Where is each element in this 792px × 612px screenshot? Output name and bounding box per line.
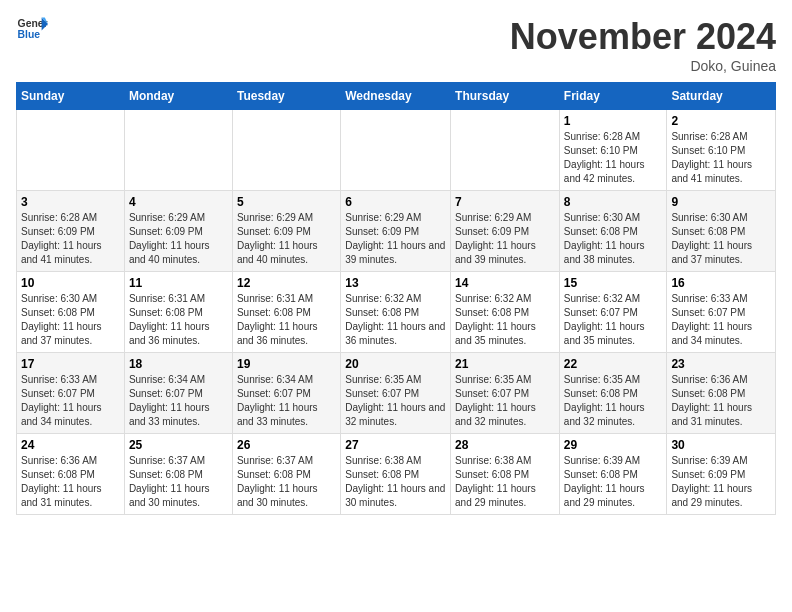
- day-number: 26: [237, 438, 336, 452]
- table-row: 6Sunrise: 6:29 AM Sunset: 6:09 PM Daylig…: [341, 191, 451, 272]
- title-area: November 2024 Doko, Guinea: [510, 16, 776, 74]
- day-detail: Sunrise: 6:28 AM Sunset: 6:10 PM Dayligh…: [671, 130, 771, 186]
- day-number: 2: [671, 114, 771, 128]
- day-detail: Sunrise: 6:35 AM Sunset: 6:08 PM Dayligh…: [564, 373, 663, 429]
- day-number: 10: [21, 276, 120, 290]
- header-friday: Friday: [559, 83, 667, 110]
- day-detail: Sunrise: 6:28 AM Sunset: 6:09 PM Dayligh…: [21, 211, 120, 267]
- table-row: 1Sunrise: 6:28 AM Sunset: 6:10 PM Daylig…: [559, 110, 667, 191]
- day-detail: Sunrise: 6:30 AM Sunset: 6:08 PM Dayligh…: [671, 211, 771, 267]
- day-number: 3: [21, 195, 120, 209]
- calendar-week-row: 17Sunrise: 6:33 AM Sunset: 6:07 PM Dayli…: [17, 353, 776, 434]
- day-detail: Sunrise: 6:36 AM Sunset: 6:08 PM Dayligh…: [21, 454, 120, 510]
- table-row: 19Sunrise: 6:34 AM Sunset: 6:07 PM Dayli…: [232, 353, 340, 434]
- calendar-week-row: 10Sunrise: 6:30 AM Sunset: 6:08 PM Dayli…: [17, 272, 776, 353]
- day-number: 28: [455, 438, 555, 452]
- page-header: General Blue November 2024 Doko, Guinea: [16, 16, 776, 74]
- day-detail: Sunrise: 6:32 AM Sunset: 6:07 PM Dayligh…: [564, 292, 663, 348]
- day-detail: Sunrise: 6:30 AM Sunset: 6:08 PM Dayligh…: [21, 292, 120, 348]
- table-row: 14Sunrise: 6:32 AM Sunset: 6:08 PM Dayli…: [451, 272, 560, 353]
- svg-text:Blue: Blue: [18, 29, 41, 40]
- day-detail: Sunrise: 6:31 AM Sunset: 6:08 PM Dayligh…: [237, 292, 336, 348]
- day-detail: Sunrise: 6:31 AM Sunset: 6:08 PM Dayligh…: [129, 292, 228, 348]
- day-number: 5: [237, 195, 336, 209]
- day-number: 14: [455, 276, 555, 290]
- location: Doko, Guinea: [510, 58, 776, 74]
- day-number: 12: [237, 276, 336, 290]
- day-number: 8: [564, 195, 663, 209]
- table-row: [17, 110, 125, 191]
- day-detail: Sunrise: 6:29 AM Sunset: 6:09 PM Dayligh…: [455, 211, 555, 267]
- table-row: 26Sunrise: 6:37 AM Sunset: 6:08 PM Dayli…: [232, 434, 340, 515]
- day-number: 1: [564, 114, 663, 128]
- table-row: 27Sunrise: 6:38 AM Sunset: 6:08 PM Dayli…: [341, 434, 451, 515]
- table-row: 4Sunrise: 6:29 AM Sunset: 6:09 PM Daylig…: [124, 191, 232, 272]
- table-row: 24Sunrise: 6:36 AM Sunset: 6:08 PM Dayli…: [17, 434, 125, 515]
- header-saturday: Saturday: [667, 83, 776, 110]
- day-detail: Sunrise: 6:37 AM Sunset: 6:08 PM Dayligh…: [237, 454, 336, 510]
- table-row: 15Sunrise: 6:32 AM Sunset: 6:07 PM Dayli…: [559, 272, 667, 353]
- month-title: November 2024: [510, 16, 776, 58]
- day-number: 30: [671, 438, 771, 452]
- day-detail: Sunrise: 6:30 AM Sunset: 6:08 PM Dayligh…: [564, 211, 663, 267]
- table-row: 2Sunrise: 6:28 AM Sunset: 6:10 PM Daylig…: [667, 110, 776, 191]
- table-row: 7Sunrise: 6:29 AM Sunset: 6:09 PM Daylig…: [451, 191, 560, 272]
- header-tuesday: Tuesday: [232, 83, 340, 110]
- table-row: 13Sunrise: 6:32 AM Sunset: 6:08 PM Dayli…: [341, 272, 451, 353]
- table-row: 28Sunrise: 6:38 AM Sunset: 6:08 PM Dayli…: [451, 434, 560, 515]
- day-detail: Sunrise: 6:32 AM Sunset: 6:08 PM Dayligh…: [345, 292, 446, 348]
- table-row: 25Sunrise: 6:37 AM Sunset: 6:08 PM Dayli…: [124, 434, 232, 515]
- day-number: 9: [671, 195, 771, 209]
- day-detail: Sunrise: 6:34 AM Sunset: 6:07 PM Dayligh…: [129, 373, 228, 429]
- day-detail: Sunrise: 6:33 AM Sunset: 6:07 PM Dayligh…: [21, 373, 120, 429]
- day-number: 11: [129, 276, 228, 290]
- day-detail: Sunrise: 6:33 AM Sunset: 6:07 PM Dayligh…: [671, 292, 771, 348]
- day-detail: Sunrise: 6:28 AM Sunset: 6:10 PM Dayligh…: [564, 130, 663, 186]
- table-row: 12Sunrise: 6:31 AM Sunset: 6:08 PM Dayli…: [232, 272, 340, 353]
- day-detail: Sunrise: 6:29 AM Sunset: 6:09 PM Dayligh…: [237, 211, 336, 267]
- calendar-header-row: Sunday Monday Tuesday Wednesday Thursday…: [17, 83, 776, 110]
- calendar-week-row: 3Sunrise: 6:28 AM Sunset: 6:09 PM Daylig…: [17, 191, 776, 272]
- day-detail: Sunrise: 6:35 AM Sunset: 6:07 PM Dayligh…: [455, 373, 555, 429]
- table-row: 3Sunrise: 6:28 AM Sunset: 6:09 PM Daylig…: [17, 191, 125, 272]
- day-detail: Sunrise: 6:35 AM Sunset: 6:07 PM Dayligh…: [345, 373, 446, 429]
- table-row: 17Sunrise: 6:33 AM Sunset: 6:07 PM Dayli…: [17, 353, 125, 434]
- calendar-table: Sunday Monday Tuesday Wednesday Thursday…: [16, 82, 776, 515]
- table-row: 30Sunrise: 6:39 AM Sunset: 6:09 PM Dayli…: [667, 434, 776, 515]
- table-row: 18Sunrise: 6:34 AM Sunset: 6:07 PM Dayli…: [124, 353, 232, 434]
- day-detail: Sunrise: 6:34 AM Sunset: 6:07 PM Dayligh…: [237, 373, 336, 429]
- day-detail: Sunrise: 6:32 AM Sunset: 6:08 PM Dayligh…: [455, 292, 555, 348]
- table-row: 10Sunrise: 6:30 AM Sunset: 6:08 PM Dayli…: [17, 272, 125, 353]
- day-number: 22: [564, 357, 663, 371]
- day-detail: Sunrise: 6:36 AM Sunset: 6:08 PM Dayligh…: [671, 373, 771, 429]
- table-row: 16Sunrise: 6:33 AM Sunset: 6:07 PM Dayli…: [667, 272, 776, 353]
- day-number: 23: [671, 357, 771, 371]
- table-row: [341, 110, 451, 191]
- day-number: 13: [345, 276, 446, 290]
- day-number: 25: [129, 438, 228, 452]
- day-number: 15: [564, 276, 663, 290]
- table-row: 23Sunrise: 6:36 AM Sunset: 6:08 PM Dayli…: [667, 353, 776, 434]
- day-number: 16: [671, 276, 771, 290]
- table-row: [232, 110, 340, 191]
- day-detail: Sunrise: 6:38 AM Sunset: 6:08 PM Dayligh…: [455, 454, 555, 510]
- day-detail: Sunrise: 6:29 AM Sunset: 6:09 PM Dayligh…: [129, 211, 228, 267]
- logo: General Blue: [16, 16, 48, 44]
- table-row: 8Sunrise: 6:30 AM Sunset: 6:08 PM Daylig…: [559, 191, 667, 272]
- table-row: 29Sunrise: 6:39 AM Sunset: 6:08 PM Dayli…: [559, 434, 667, 515]
- table-row: 5Sunrise: 6:29 AM Sunset: 6:09 PM Daylig…: [232, 191, 340, 272]
- table-row: 21Sunrise: 6:35 AM Sunset: 6:07 PM Dayli…: [451, 353, 560, 434]
- day-number: 17: [21, 357, 120, 371]
- day-number: 4: [129, 195, 228, 209]
- day-detail: Sunrise: 6:39 AM Sunset: 6:08 PM Dayligh…: [564, 454, 663, 510]
- day-detail: Sunrise: 6:29 AM Sunset: 6:09 PM Dayligh…: [345, 211, 446, 267]
- day-number: 19: [237, 357, 336, 371]
- table-row: 9Sunrise: 6:30 AM Sunset: 6:08 PM Daylig…: [667, 191, 776, 272]
- day-number: 6: [345, 195, 446, 209]
- calendar-week-row: 1Sunrise: 6:28 AM Sunset: 6:10 PM Daylig…: [17, 110, 776, 191]
- day-number: 24: [21, 438, 120, 452]
- day-detail: Sunrise: 6:38 AM Sunset: 6:08 PM Dayligh…: [345, 454, 446, 510]
- header-wednesday: Wednesday: [341, 83, 451, 110]
- day-detail: Sunrise: 6:39 AM Sunset: 6:09 PM Dayligh…: [671, 454, 771, 510]
- day-detail: Sunrise: 6:37 AM Sunset: 6:08 PM Dayligh…: [129, 454, 228, 510]
